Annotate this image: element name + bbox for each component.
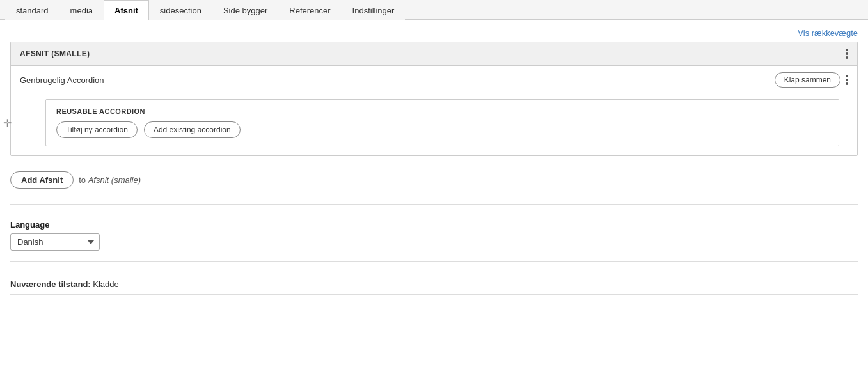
tab-media[interactable]: media: [59, 0, 104, 20]
language-section: Language DanishEnglishGermanSwedish: [10, 215, 858, 256]
add-afsnit-target: Afsnit (smalle): [88, 175, 141, 185]
language-divider: [10, 261, 858, 262]
section-title: AFSNIT (SMALLE): [20, 49, 90, 58]
bottom-divider: [10, 294, 858, 295]
add-existing-accordion-button[interactable]: Add existing accordion: [144, 121, 241, 138]
status-label: Nuværende tilstand:: [10, 279, 91, 289]
tab-referencer[interactable]: Referencer: [278, 0, 341, 20]
tab-standard[interactable]: standard: [5, 0, 59, 20]
reusable-accordion-box: REUSABLE ACCORDION Tilføj ny accordion A…: [45, 99, 839, 146]
tab-side-bygger[interactable]: Side bygger: [212, 0, 278, 20]
add-afsnit-to-label: to Afsnit (smalle): [79, 175, 141, 185]
add-afsnit-button[interactable]: Add Afsnit: [10, 171, 74, 189]
section-header: AFSNIT (SMALLE): [11, 42, 857, 66]
language-select[interactable]: DanishEnglishGermanSwedish: [10, 233, 100, 251]
status-text: Nuværende tilstand: Kladde: [10, 279, 119, 289]
content-row-menu-button[interactable]: [846, 75, 848, 85]
section-header-menu-button[interactable]: [846, 49, 848, 59]
tabs-bar: standardmediaAfsnitsidesectionSide bygge…: [0, 0, 868, 20]
main-content: Vis rækkevægte AFSNIT (SMALLE) Genbrugel…: [0, 20, 868, 302]
vis-raekkevaegte-link[interactable]: Vis rækkevægte: [10, 28, 858, 38]
content-row-label: Genbrugelig Accordion: [20, 75, 104, 85]
tab-afsnit[interactable]: Afsnit: [104, 0, 149, 20]
main-divider: [10, 204, 858, 205]
status-value: Kladde: [93, 279, 118, 289]
drag-handle[interactable]: ✛: [3, 117, 12, 129]
status-section: Nuværende tilstand: Kladde: [10, 272, 858, 294]
accordion-buttons: Tilføj ny accordion Add existing accordi…: [56, 121, 828, 138]
content-row: Genbrugelig Accordion Klap sammen: [11, 66, 857, 94]
tab-sidesection[interactable]: sidesection: [149, 0, 212, 20]
tab-indstillinger[interactable]: Indstillinger: [342, 0, 406, 20]
content-row-actions: Klap sammen: [775, 72, 848, 88]
section-box: AFSNIT (SMALLE) Genbrugelig Accordion Kl…: [10, 42, 858, 156]
klap-sammen-button[interactable]: Klap sammen: [775, 72, 840, 88]
reusable-accordion-title: REUSABLE ACCORDION: [56, 107, 828, 115]
add-afsnit-row: Add Afsnit to Afsnit (smalle): [10, 166, 858, 199]
tilfoej-ny-accordion-button[interactable]: Tilføj ny accordion: [56, 121, 138, 138]
language-label: Language: [10, 220, 858, 230]
